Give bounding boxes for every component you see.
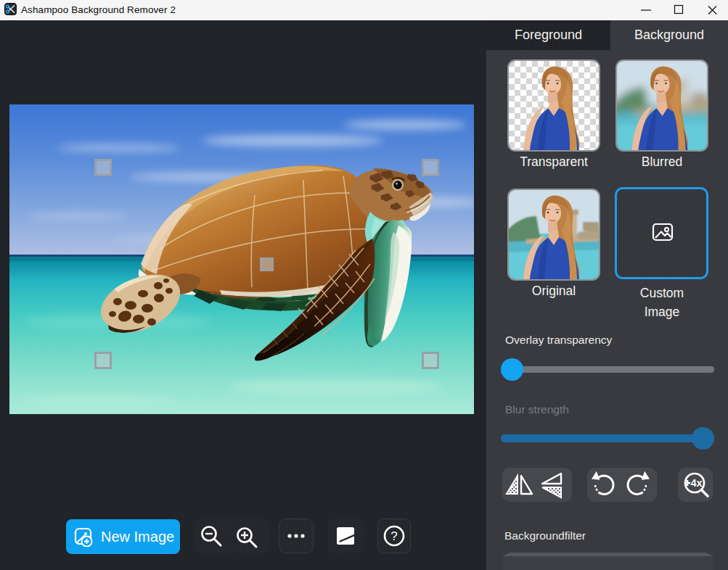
svg-text:?: ?: [390, 529, 397, 543]
svg-text:4x: 4x: [690, 477, 702, 489]
